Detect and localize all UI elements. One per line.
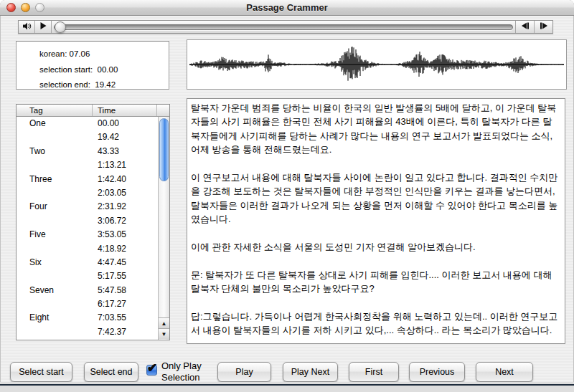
table-row[interactable]: 3:06.72 bbox=[17, 214, 158, 228]
time-cell: 5:47.58 bbox=[93, 284, 158, 297]
playback-slider[interactable] bbox=[52, 21, 515, 33]
table-row[interactable]: Eight7:03.55 bbox=[17, 311, 158, 325]
transcript-paragraph: 답:그렇습니다. 가득이나 어렵게 한국사회정착을 위해 노력하고 있는데.. … bbox=[191, 310, 561, 338]
tag-cell: Two bbox=[17, 145, 93, 158]
waveform-display[interactable] bbox=[187, 39, 567, 90]
step-forward-icon bbox=[539, 21, 549, 33]
time-column-header[interactable]: Time bbox=[93, 105, 157, 116]
play-next-button[interactable]: Play Next bbox=[283, 362, 338, 382]
tag-cell bbox=[17, 297, 93, 311]
table-row[interactable]: 6:17.27 bbox=[17, 297, 158, 311]
table-row[interactable]: 19.42 bbox=[17, 130, 158, 144]
table-row[interactable]: 2:03.05 bbox=[17, 186, 158, 200]
table-row[interactable]: 5:17.55 bbox=[17, 269, 158, 283]
korean-time-value: 07.06 bbox=[70, 49, 90, 58]
scrollbar-thumb[interactable] bbox=[159, 118, 169, 181]
time-cell: 6:17.27 bbox=[93, 297, 158, 311]
tag-table-header: Tag Time bbox=[17, 105, 169, 117]
transcript-paragraph: 탈북자 가운데 범죄를 당하는 비율이 한국의 일반 발생률의 5배에 달하고,… bbox=[191, 101, 561, 157]
tag-cell bbox=[17, 158, 93, 172]
window-bottom-border bbox=[0, 384, 574, 386]
waveform-svg bbox=[189, 42, 564, 87]
table-row[interactable]: Two43.33 bbox=[17, 145, 158, 158]
player-controller bbox=[18, 20, 553, 34]
first-button[interactable]: First bbox=[349, 362, 399, 382]
tag-cell: One bbox=[17, 117, 93, 130]
time-cell: 00.00 bbox=[93, 117, 158, 130]
time-cell: 3:06.72 bbox=[93, 214, 158, 228]
korean-time-label: korean: 07.06 bbox=[39, 47, 169, 62]
selection-start-value: 00.00 bbox=[98, 65, 118, 74]
table-row[interactable]: Three1:42.40 bbox=[17, 173, 158, 186]
table-row[interactable]: Seven5:47.58 bbox=[17, 284, 158, 297]
tag-cell bbox=[17, 242, 93, 256]
play-pause-button[interactable] bbox=[35, 21, 52, 33]
time-cell: 2:03.05 bbox=[93, 186, 158, 200]
tag-table: Tag Time One00.0019.42Two43.331:13.21Thr… bbox=[16, 104, 170, 340]
playback-slider-thumb[interactable] bbox=[55, 21, 66, 33]
tag-cell: Five bbox=[17, 228, 93, 242]
time-cell: 4:47.45 bbox=[93, 256, 158, 269]
time-cell: 3:53.05 bbox=[93, 228, 158, 242]
table-row[interactable]: Five3:53.05 bbox=[17, 228, 158, 242]
scrollbar-arrows: ▲ ▼ bbox=[159, 317, 169, 339]
time-cell: 43.33 bbox=[93, 145, 158, 158]
time-cell: 4:18.92 bbox=[93, 242, 158, 256]
table-row[interactable]: 4:18.92 bbox=[17, 242, 158, 256]
transcript-panel[interactable]: 탈북자 가운데 범죄를 당하는 비율이 한국의 일반 발생률의 5배에 달하고,… bbox=[187, 98, 565, 344]
speaker-icon bbox=[22, 21, 32, 33]
transcript-paragraph: 이 연구보고서 내용에 대해 탈북자들 사이에 논란이 일고 있다고 합니다. … bbox=[191, 171, 561, 226]
selection-start-label: selection start: 00.00 bbox=[39, 62, 169, 78]
table-row[interactable]: Six4:47.45 bbox=[17, 256, 158, 269]
step-backward-button[interactable] bbox=[515, 21, 534, 33]
tag-column-header[interactable]: Tag bbox=[17, 105, 93, 116]
volume-button[interactable] bbox=[19, 21, 35, 33]
table-row[interactable]: 7:42.37 bbox=[17, 325, 158, 339]
select-end-button[interactable]: Select end bbox=[84, 362, 138, 382]
transcript-paragraph: 문: 탈북자가 또 다른 탈북자를 상대로 사기 피해를 입힌다.... 이러한… bbox=[191, 268, 561, 296]
select-start-button[interactable]: Select start bbox=[10, 362, 72, 382]
previous-button[interactable]: Previous bbox=[409, 362, 465, 382]
table-row[interactable]: Four2:31.92 bbox=[17, 200, 158, 214]
tag-cell: Seven bbox=[17, 284, 93, 297]
selection-end-value: 19.42 bbox=[95, 80, 116, 89]
transcript-paragraph: 이에 관한 자세한 소식을 서울의 도성민 기자 연결해 알아보겠습니다. bbox=[191, 240, 561, 254]
play-button[interactable]: Play bbox=[217, 362, 271, 382]
tag-cell bbox=[17, 325, 93, 339]
time-cell: 7:42.37 bbox=[93, 325, 158, 339]
time-cell: 1:13.21 bbox=[93, 158, 158, 172]
tag-cell bbox=[17, 269, 93, 283]
selection-info-panel: korean: 07.06 selection start: 00.00 sel… bbox=[16, 41, 169, 90]
selection-end-label: selection end: 19.42 bbox=[39, 77, 169, 93]
table-row[interactable]: One00.00 bbox=[17, 117, 158, 130]
scroll-up-button[interactable]: ▲ bbox=[159, 317, 169, 328]
time-cell: 1:42.40 bbox=[93, 173, 158, 186]
step-forward-button[interactable] bbox=[534, 21, 552, 33]
tag-cell: Eight bbox=[17, 311, 93, 325]
app-window: Passage Crammer kore bbox=[0, 0, 574, 392]
title-bar[interactable]: Passage Crammer bbox=[0, 0, 574, 16]
tag-cell: Four bbox=[17, 200, 93, 214]
time-cell: 19.42 bbox=[93, 130, 158, 144]
next-button[interactable]: Next bbox=[476, 362, 533, 382]
transcript-text: 탈북자 가운데 범죄를 당하는 비율이 한국의 일반 발생률의 5배에 달하고,… bbox=[191, 101, 561, 344]
playback-slider-track[interactable] bbox=[54, 24, 513, 30]
time-cell: 5:17.55 bbox=[93, 269, 158, 283]
step-backward-icon bbox=[520, 21, 530, 33]
time-cell: 2:31.92 bbox=[93, 200, 158, 214]
only-play-selection-label: Only Play Selection bbox=[161, 358, 219, 383]
tag-table-body: One00.0019.42Two43.331:13.21Three1:42.40… bbox=[17, 117, 158, 340]
time-cell: 7:03.55 bbox=[93, 311, 158, 325]
table-row[interactable]: 1:13.21 bbox=[17, 158, 158, 172]
table-scrollbar[interactable]: ▲ ▼ bbox=[158, 117, 169, 340]
header-stub bbox=[157, 105, 169, 116]
tag-cell: Three bbox=[17, 173, 93, 186]
tag-cell bbox=[17, 130, 93, 144]
only-play-selection-control: ✔ Only Play Selection bbox=[146, 358, 219, 383]
scroll-down-button[interactable]: ▼ bbox=[159, 328, 169, 339]
tag-cell bbox=[17, 186, 93, 200]
tag-cell: Six bbox=[17, 256, 93, 269]
window-title: Passage Crammer bbox=[0, 0, 574, 16]
only-play-selection-checkbox[interactable]: ✔ bbox=[146, 365, 157, 376]
checkmark-icon: ✔ bbox=[147, 360, 157, 376]
